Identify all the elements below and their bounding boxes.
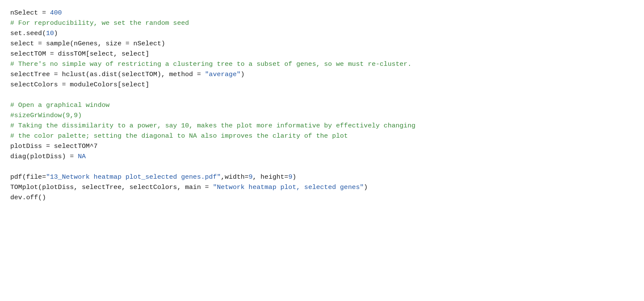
code-token: # the color palette; setting the diagona… bbox=[10, 132, 348, 140]
code-line: select = sample(nGenes, size = nSelect) bbox=[10, 38, 634, 49]
code-line: #sizeGrWindow(9,9) bbox=[10, 110, 634, 121]
code-token: NA bbox=[78, 153, 86, 160]
code-token: "Network heatmap plot, selected genes" bbox=[213, 183, 363, 191]
code-token: # Open a graphical window bbox=[10, 101, 110, 109]
code-token: ) bbox=[54, 30, 58, 37]
code-line: pdf(file="13_Network heatmap plot_select… bbox=[10, 172, 634, 182]
code-token: selectTOM = dissTOM[select, select] bbox=[10, 50, 149, 58]
code-token: TOMplot(plotDiss, selectTree, selectColo… bbox=[10, 183, 213, 191]
code-line: dev.off() bbox=[10, 192, 634, 203]
code-line: selectTOM = dissTOM[select, select] bbox=[10, 49, 634, 59]
code-token: "13_Network heatmap plot_selected genes.… bbox=[46, 173, 221, 181]
code-token: ) bbox=[364, 183, 368, 191]
code-token: 10 bbox=[46, 30, 54, 37]
code-token: ) bbox=[241, 71, 245, 78]
code-line: # For reproducibility, we set the random… bbox=[10, 18, 634, 28]
code-token: 400 bbox=[50, 9, 62, 17]
code-line: # Open a graphical window bbox=[10, 100, 634, 110]
code-token: select = sample(nGenes, size = nSelect) bbox=[10, 40, 165, 47]
code-token: diag(plotDiss) = bbox=[10, 153, 78, 160]
code-token: # For reproducibility, we set the random… bbox=[10, 19, 189, 27]
code-line: # the color palette; setting the diagona… bbox=[10, 131, 634, 141]
code-line: nSelect = 400 bbox=[10, 8, 634, 18]
code-token: selectColors = moduleColors[select] bbox=[10, 81, 149, 89]
code-token: "average" bbox=[205, 71, 241, 78]
code-line bbox=[10, 90, 634, 100]
code-line: plotDiss = selectTOM^7 bbox=[10, 141, 634, 151]
code-token: nSelect = bbox=[10, 9, 50, 17]
code-token: plotDiss = selectTOM^7 bbox=[10, 142, 98, 150]
code-token: selectTree = hclust(as.dist(selectTOM), … bbox=[10, 71, 205, 78]
code-line: diag(plotDiss) = NA bbox=[10, 151, 634, 162]
code-token: ) bbox=[292, 173, 296, 181]
code-token: dev.off() bbox=[10, 194, 46, 201]
code-line: TOMplot(plotDiss, selectTree, selectColo… bbox=[10, 182, 634, 192]
code-token: , height= bbox=[252, 173, 288, 181]
code-token: ,width= bbox=[221, 173, 249, 181]
code-line: # There's no simple way of restricting a… bbox=[10, 59, 634, 69]
code-token: # There's no simple way of restricting a… bbox=[10, 60, 411, 68]
code-token: # Taking the dissimilarity to a power, s… bbox=[10, 122, 416, 130]
code-line: set.seed(10) bbox=[10, 28, 634, 38]
code-line: # Taking the dissimilarity to a power, s… bbox=[10, 121, 634, 131]
code-editor: nSelect = 400# For reproducibility, we s… bbox=[10, 8, 634, 203]
code-token: pdf(file= bbox=[10, 173, 46, 181]
code-line: selectTree = hclust(as.dist(selectTOM), … bbox=[10, 69, 634, 80]
code-token: #sizeGrWindow(9,9) bbox=[10, 112, 82, 119]
code-line: selectColors = moduleColors[select] bbox=[10, 80, 634, 90]
code-line bbox=[10, 162, 634, 172]
code-token: set.seed( bbox=[10, 30, 46, 37]
